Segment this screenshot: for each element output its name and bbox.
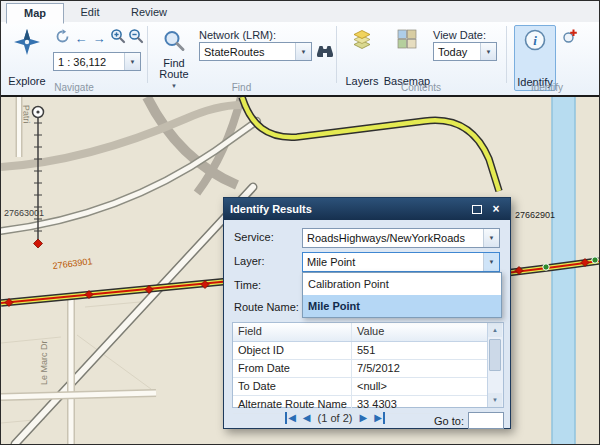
identify-plus-icon <box>562 28 578 48</box>
scroll-up-icon[interactable]: ▲ <box>488 323 502 337</box>
column-header-field[interactable]: Field <box>233 323 352 341</box>
field-cell: To Date <box>233 378 352 395</box>
value-cell: 7/5/2012 <box>352 360 488 377</box>
street-label-top: Patri <box>21 105 32 124</box>
dialog-title: Identify Results <box>230 203 466 215</box>
explore-button[interactable]: Explore <box>5 26 49 90</box>
table-row: To Date <null> <box>233 378 503 396</box>
service-combo[interactable]: RoadsHighways/NewYorkRoads ▼ <box>302 228 500 248</box>
basemap-button[interactable]: Basemap <box>385 26 429 90</box>
page-indicator: (1 of 2) <box>318 412 353 424</box>
find-route-label: Find Route <box>155 58 193 80</box>
scale-combo[interactable]: 1 : 36,112 ▼ <box>53 52 141 71</box>
view-date-label: View Date: <box>433 29 486 41</box>
chevron-down-icon[interactable]: ▼ <box>124 53 140 70</box>
circular-arrow-icon <box>55 29 70 48</box>
previous-extent-button[interactable] <box>53 29 71 47</box>
network-combo[interactable]: StateRoutes ▼ <box>199 42 312 61</box>
service-label: Service: <box>234 231 274 243</box>
route-label-27663001: 27663001 <box>4 208 44 218</box>
group-label-find: Find <box>147 82 336 93</box>
table-row: Object ID 551 <box>233 342 503 360</box>
layer-value: Mile Point <box>303 256 483 268</box>
zoom-in-icon <box>110 28 126 48</box>
view-date-combo[interactable]: Today ▼ <box>433 42 497 61</box>
dropdown-option-mile-point[interactable]: Mile Point <box>303 295 501 317</box>
column-header-value[interactable]: Value <box>352 323 488 341</box>
field-cell: From Date <box>233 360 352 377</box>
close-icon[interactable]: × <box>488 202 504 216</box>
view-date-value: Today <box>434 46 480 58</box>
chevron-down-icon[interactable]: ▼ <box>480 43 496 60</box>
tab-review[interactable]: Review <box>118 3 180 22</box>
dialog-titlebar[interactable]: Identify Results × <box>224 198 510 220</box>
goto-input[interactable] <box>468 412 504 429</box>
chevron-down-icon[interactable]: ▼ <box>295 43 311 60</box>
attributes-table: Field Value Object ID 551 From Date 7/5/… <box>232 322 504 408</box>
network-value: StateRoutes <box>200 46 295 58</box>
value-cell: 551 <box>352 342 488 359</box>
group-divider <box>147 26 148 83</box>
ribbon-tabbar: Map Edit Review <box>1 1 599 23</box>
tab-edit[interactable]: Edit <box>64 3 116 22</box>
arrow-left-icon: ← <box>75 32 88 45</box>
route-label-27662901: 27662901 <box>515 210 555 220</box>
time-label: Time: <box>234 279 261 291</box>
arrow-right-icon: → <box>93 32 106 45</box>
forward-button[interactable]: → <box>90 29 108 47</box>
application-window: Map Edit Review Explore <box>0 0 600 445</box>
first-page-button[interactable]: ◀ <box>285 412 296 424</box>
layers-button[interactable]: Layers <box>342 26 382 90</box>
prev-page-button[interactable]: ◀ <box>303 412 311 424</box>
search-routes-button[interactable] <box>315 42 335 61</box>
group-divider <box>506 26 507 83</box>
goto-page-container: Go to: <box>434 412 504 429</box>
field-cell: Alternate Route Name <box>233 396 352 413</box>
layers-icon <box>352 29 372 51</box>
magnifier-icon <box>162 29 186 55</box>
pagination: ◀ ◀ (1 of 2) ▶ ▶ <box>224 412 446 424</box>
identify-results-dialog: Identify Results × Service: RoadsHighway… <box>223 197 511 429</box>
zoom-out-button[interactable] <box>127 29 145 47</box>
layer-dropdown-list: Calibration Point Mile Point <box>302 272 502 318</box>
layer-label: Layer: <box>234 255 265 267</box>
table-scrollbar[interactable]: ▲ ▼ <box>487 323 503 407</box>
street-label-le-marc-dr: Le Marc Dr <box>39 340 49 385</box>
last-page-button[interactable]: ▶ <box>374 412 385 424</box>
value-cell: <null> <box>352 378 488 395</box>
tab-map[interactable]: Map <box>6 3 64 24</box>
value-cell: 33 4303 <box>352 396 488 413</box>
zoom-out-icon <box>128 28 144 48</box>
layer-combo[interactable]: Mile Point ▼ <box>302 252 500 272</box>
scale-value: 1 : 36,112 <box>54 56 124 68</box>
group-label-contents: Contents <box>336 82 506 93</box>
chevron-down-icon[interactable]: ▼ <box>483 229 499 247</box>
identify-icon: i <box>523 28 547 54</box>
next-page-button[interactable]: ▶ <box>359 412 367 424</box>
explore-compass-icon <box>14 29 40 57</box>
binoculars-icon <box>316 42 334 62</box>
back-button[interactable]: ← <box>72 29 90 47</box>
scroll-down-icon[interactable]: ▼ <box>488 393 502 407</box>
ribbon: Explore ← → <box>1 22 599 96</box>
goto-label: Go to: <box>434 415 464 427</box>
group-divider <box>336 26 337 83</box>
route-name-label: Route Name: <box>234 301 299 313</box>
group-label-navigate: Navigate <box>1 82 147 93</box>
dropdown-option-calibration-point[interactable]: Calibration Point <box>303 273 501 295</box>
group-label-identify: Identify <box>506 82 588 93</box>
zoom-in-button[interactable] <box>109 29 127 47</box>
scrollbar-thumb[interactable] <box>489 339 501 371</box>
basemap-icon <box>397 29 417 51</box>
maximize-icon[interactable] <box>469 202 485 216</box>
chevron-down-icon[interactable]: ▼ <box>483 253 499 271</box>
identify-route-button[interactable] <box>561 29 579 47</box>
field-cell: Object ID <box>233 342 352 359</box>
table-header-row: Field Value <box>233 323 503 342</box>
service-value: RoadsHighways/NewYorkRoads <box>303 232 483 244</box>
table-row: From Date 7/5/2012 <box>233 360 503 378</box>
svg-text:i: i <box>533 33 537 48</box>
network-lrm-label: Network (LRM): <box>199 29 276 41</box>
